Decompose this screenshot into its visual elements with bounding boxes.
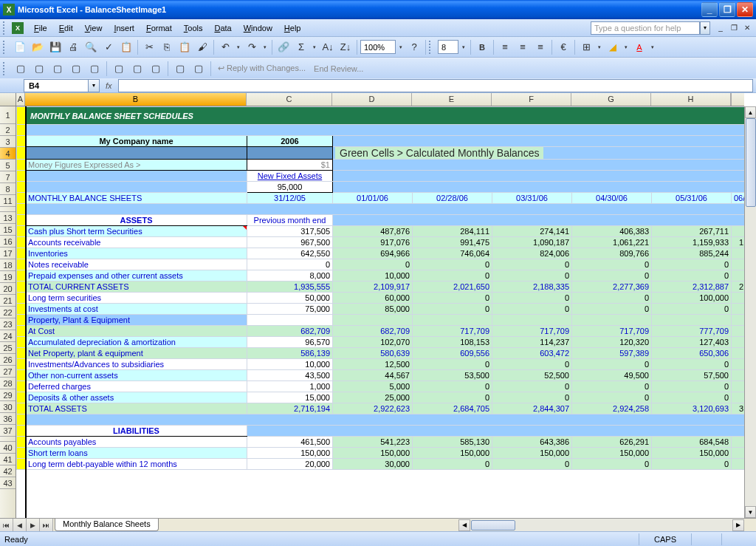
row-header-12[interactable]	[0, 207, 16, 212]
t2-icon[interactable]: ▢	[111, 61, 127, 77]
sum-dd-icon[interactable]: ▾	[311, 44, 318, 50]
row-header-27[interactable]: 27	[0, 366, 16, 378]
t2-icon[interactable]: ▢	[31, 61, 47, 77]
help-dropdown-icon[interactable]: ▾	[700, 21, 710, 35]
menu-view[interactable]: View	[79, 21, 109, 35]
row-header-7[interactable]: 7	[0, 171, 16, 183]
select-all-corner[interactable]	[0, 93, 16, 106]
menu-insert[interactable]: Insert	[108, 21, 140, 35]
fc-dd-icon[interactable]: ▾	[649, 44, 656, 50]
menu-window[interactable]: Window	[238, 21, 278, 35]
scroll-left-icon[interactable]: ◀	[458, 519, 470, 531]
fontsize-dd-icon[interactable]: ▾	[460, 44, 467, 50]
grip-icon[interactable]	[429, 41, 433, 54]
link-icon[interactable]: 🔗	[275, 39, 292, 55]
fx-icon[interactable]: fx	[100, 81, 118, 90]
menu-data[interactable]: Data	[208, 21, 237, 35]
row-header-29[interactable]: 29	[0, 389, 16, 401]
col-header-C[interactable]: C	[247, 93, 332, 106]
name-box[interactable]: B4	[24, 79, 89, 92]
name-dd-icon[interactable]: ▾	[89, 79, 100, 92]
research-icon[interactable]: 📋	[118, 39, 134, 55]
grip-icon[interactable]	[3, 21, 7, 35]
row-header-1[interactable]: 1	[0, 106, 16, 124]
copy-icon[interactable]: ⎘	[159, 39, 175, 55]
row-header-22[interactable]: 22	[0, 307, 16, 318]
sum-icon[interactable]: Σ	[293, 39, 309, 55]
row-header-36[interactable]: 36	[0, 413, 16, 425]
col-header-D[interactable]: D	[332, 93, 412, 106]
t2-icon[interactable]: ▢	[172, 61, 188, 77]
menu-format[interactable]: Format	[140, 21, 178, 35]
menu-edit[interactable]: Edit	[53, 21, 79, 35]
vertical-scrollbar[interactable]: ▲ ▼	[744, 106, 756, 518]
row-header-19[interactable]: 19	[0, 271, 16, 283]
menu-tools[interactable]: Tools	[178, 21, 209, 35]
row-header-11[interactable]: 11	[0, 195, 16, 207]
row-header-15[interactable]: 15	[0, 224, 16, 236]
tab-first-icon[interactable]: ⏮	[0, 519, 13, 531]
doc-restore-button[interactable]: ❐	[728, 23, 740, 33]
paste-icon[interactable]: 📋	[176, 39, 193, 55]
undo-icon[interactable]: ↶	[217, 39, 233, 55]
t2-icon[interactable]: ▢	[68, 61, 84, 77]
scroll-down-icon[interactable]: ▼	[745, 506, 756, 518]
fill-dd-icon[interactable]: ▾	[622, 44, 630, 50]
col-header-A[interactable]: A	[16, 93, 25, 106]
doc-minimize-button[interactable]: _	[715, 23, 726, 33]
scroll-thumb-h[interactable]	[471, 520, 515, 530]
grip-icon[interactable]	[3, 41, 7, 54]
formula-bar[interactable]	[118, 79, 753, 92]
row-header-41[interactable]: 41	[0, 454, 16, 465]
tab-last-icon[interactable]: ⏭	[40, 519, 53, 531]
row-header-2[interactable]: 2	[0, 124, 16, 136]
row-header-13[interactable]: 13	[0, 212, 16, 224]
row-header-18[interactable]: 18	[0, 259, 16, 271]
maximize-button[interactable]: ❐	[719, 2, 735, 17]
doc-icon[interactable]: X	[12, 22, 24, 34]
t2-icon[interactable]: ▢	[86, 61, 103, 77]
cells-area[interactable]: MONTHLY BALANCE SHEET SCHEDULESMy Compan…	[16, 106, 744, 518]
row-header-28[interactable]: 28	[0, 378, 16, 389]
t2-icon[interactable]: ▢	[190, 61, 207, 77]
row-header-5[interactable]: 5	[0, 160, 16, 171]
format-painter-icon[interactable]: 🖌	[194, 39, 210, 55]
tab-prev-icon[interactable]: ◀	[13, 519, 27, 531]
row-header-21[interactable]: 21	[0, 295, 16, 307]
redo-dd-icon[interactable]: ▾	[261, 44, 269, 50]
t2-icon[interactable]: ▢	[49, 61, 66, 77]
row-header-8[interactable]: 8	[0, 183, 16, 195]
row-header-39[interactable]	[0, 437, 16, 442]
row-header-43[interactable]: 43	[0, 477, 16, 489]
row-header-16[interactable]: 16	[0, 236, 16, 248]
tab-next-icon[interactable]: ▶	[27, 519, 40, 531]
scroll-thumb[interactable]	[746, 118, 756, 207]
align-right-icon[interactable]: ≡	[532, 39, 549, 55]
scroll-right-icon[interactable]: ▶	[732, 519, 744, 531]
row-header-3[interactable]: 3	[0, 136, 16, 148]
t2-icon[interactable]: ▢	[148, 61, 164, 77]
menu-help[interactable]: Help	[278, 21, 307, 35]
font-color-icon[interactable]: A	[631, 39, 647, 55]
help-icon[interactable]: ?	[406, 39, 422, 55]
menu-file[interactable]: File	[28, 21, 53, 35]
help-search-input[interactable]: Type a question for help	[591, 21, 700, 35]
close-button[interactable]: ✕	[737, 2, 753, 17]
bold-icon[interactable]: B	[474, 39, 490, 55]
open-icon[interactable]: 📂	[30, 39, 46, 55]
row-header-40[interactable]: 40	[0, 442, 16, 454]
horizontal-scrollbar[interactable]: ◀ ▶	[458, 519, 744, 531]
col-header-H[interactable]: H	[651, 93, 731, 106]
col-header-B[interactable]: B	[25, 93, 247, 106]
spell-icon[interactable]: ✓	[100, 39, 117, 55]
print-icon[interactable]: 🖨	[65, 39, 81, 55]
sort-desc-icon[interactable]: Z↓	[337, 39, 354, 55]
row-header-25[interactable]: 25	[0, 342, 16, 354]
borders-dd-icon[interactable]: ▾	[596, 44, 603, 50]
undo-dd-icon[interactable]: ▾	[235, 44, 242, 50]
row-header-30[interactable]: 30	[0, 401, 16, 413]
align-left-icon[interactable]: ≡	[497, 39, 513, 55]
scroll-up-icon[interactable]: ▲	[745, 106, 756, 118]
cut-icon[interactable]: ✂	[141, 39, 157, 55]
borders-icon[interactable]: ⊞	[578, 39, 594, 55]
